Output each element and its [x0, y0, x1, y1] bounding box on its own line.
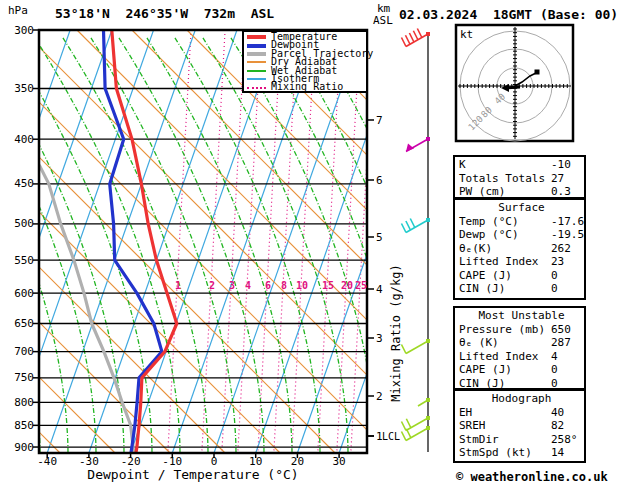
wet-adiabat-line	[62, 37, 208, 453]
panel-row: θₑ (K)287	[459, 336, 584, 350]
wet-adiabat-line	[0, 37, 124, 453]
credit-footer: © weatheronline.co.uk	[456, 471, 608, 483]
hodograph-unit-label: kt	[460, 29, 473, 40]
pressure-tick-label: 700	[6, 346, 34, 357]
wind-barb-tick	[402, 422, 407, 431]
panel-row-label: SREH	[459, 419, 486, 432]
station-title: 53°18'N 246°35'W 732m ASL	[55, 7, 274, 20]
panel-row-label: StmDir	[459, 433, 499, 446]
wet-adiabat-line	[174, 37, 320, 453]
lcl-label: LCL	[382, 432, 400, 442]
panel-row-label: StmSpd (kt)	[459, 446, 532, 459]
panel-row-value: 0	[551, 363, 558, 377]
pressure-tick-label: 750	[6, 372, 34, 383]
pressure-tick-label: 550	[6, 255, 34, 266]
mixing-ratio-value-label: 1	[171, 281, 185, 291]
panel-row-label: Totals Totals	[459, 172, 545, 185]
mixing-ratio-value-label: 15	[321, 281, 335, 291]
panel-section: Most UnstablePressure (mb)650θₑ (K)287Li…	[453, 306, 586, 390]
panel-row: CAPE (J)0	[459, 269, 584, 283]
panel-row: θₑ(K)262	[459, 242, 584, 256]
panel-row-label: Lifted Index	[459, 255, 538, 268]
panel-row: CIN (J)0	[459, 377, 584, 391]
wind-barb-tick	[410, 219, 415, 228]
legend-line-sample	[247, 70, 266, 72]
legend-line-sample	[247, 52, 266, 56]
wind-barb-tick	[402, 224, 407, 233]
pressure-tick-label: 800	[6, 397, 34, 408]
mixing-ratio-line	[292, 30, 315, 453]
pressure-tick-label: 400	[6, 134, 34, 145]
panel-row-value: 0	[551, 377, 558, 391]
km-tick-label: 4	[376, 284, 383, 295]
temperature-tick-label: 30	[324, 456, 354, 467]
panel-row-value: 650	[551, 323, 571, 337]
panel-row-label: Pressure (mb)	[459, 323, 545, 336]
panel-row: Lifted Index4	[459, 350, 584, 364]
legend-line-sample	[247, 87, 266, 89]
pressure-tick-label: 450	[6, 178, 34, 189]
mixing-ratio-value-label: 6	[261, 281, 275, 291]
mixing-ratio-value-label: 8	[277, 281, 291, 291]
pressure-tick-label: 350	[6, 83, 34, 94]
panel-row-value: 23	[551, 255, 564, 269]
panel-row-label: Dewp (°C)	[459, 228, 519, 241]
mixing-ratio-line	[238, 30, 261, 453]
wind-barb-tick	[409, 33, 414, 42]
legend-line-sample	[247, 61, 266, 63]
wind-barb-tick	[406, 429, 411, 438]
panel-row: Dewp (°C)-19.5	[459, 228, 584, 242]
panel-row-label: Lifted Index	[459, 350, 538, 363]
panel-row-value: 258°	[551, 433, 578, 447]
panel-row-value: 0	[551, 282, 558, 296]
temperature-tick-label: 0	[199, 456, 229, 467]
panel-row-label: CIN (J)	[459, 282, 505, 295]
wind-barb-tick	[406, 419, 411, 428]
km-tick-label: 7	[376, 115, 383, 126]
legend-entry: Mixing Ratio	[247, 83, 366, 91]
temperature-tick-label: -40	[32, 456, 62, 467]
panel-row-label: PW (cm)	[459, 185, 505, 198]
mixing-ratio-value-label: 10	[295, 281, 309, 291]
mixing-ratio-line	[351, 30, 374, 453]
panel-row: StmDir258°	[459, 433, 584, 447]
legend-entry-label: Mixing Ratio	[271, 83, 343, 91]
panel-row: Temp (°C)-17.6	[459, 215, 584, 229]
panel-row-value: 4	[551, 350, 558, 364]
panel-section-title: Surface	[459, 201, 584, 215]
legend-line-sample	[247, 78, 266, 80]
panel-row-value: 14	[551, 446, 564, 460]
panel-row-value: -19.5	[551, 228, 584, 242]
panel-row: PW (cm)0.3	[459, 185, 584, 199]
wind-barb-staff	[406, 341, 428, 354]
isotherm-line	[89, 30, 237, 453]
panel-row-value: -10	[551, 158, 571, 172]
pressure-tick-label: 300	[6, 25, 34, 36]
wet-adiabat-line	[314, 37, 460, 453]
wet-adiabat-line	[230, 37, 376, 453]
wind-barb-tick	[405, 35, 410, 44]
panel-row-label: CAPE (J)	[459, 269, 512, 282]
panel-row: EH40	[459, 406, 584, 420]
km-tick-label: 1	[376, 431, 383, 442]
skewt-sounding-app: 4080120 hPa 53°18'N 246°35'W 732m ASL km…	[0, 0, 629, 486]
wet-adiabat-line	[286, 37, 432, 453]
panel-row: SREH82	[459, 419, 584, 433]
parcel-trajectory-curve	[39, 165, 134, 453]
panel-row-label: CAPE (J)	[459, 363, 512, 376]
km-unit-label: km	[377, 3, 390, 14]
panel-row: CAPE (J)0	[459, 363, 584, 377]
temperature-tick-label: 10	[241, 456, 271, 467]
pressure-tick-label: 650	[6, 318, 34, 329]
mixing-ratio-axis-title: Mixing Ratio (g/kg)	[390, 213, 402, 453]
panel-row: Totals Totals27	[459, 172, 584, 186]
wet-adiabat-line	[6, 37, 152, 453]
isotherm-line	[47, 30, 195, 453]
panel-row-label: K	[459, 158, 466, 171]
x-axis-title: Dewpoint / Temperature (°C)	[47, 468, 339, 481]
isotherm-line	[172, 30, 320, 453]
panel-row-label: Temp (°C)	[459, 215, 519, 228]
legend-line-sample	[247, 44, 266, 48]
wet-adiabat-line	[202, 37, 348, 453]
wet-adiabat-line	[0, 37, 40, 453]
